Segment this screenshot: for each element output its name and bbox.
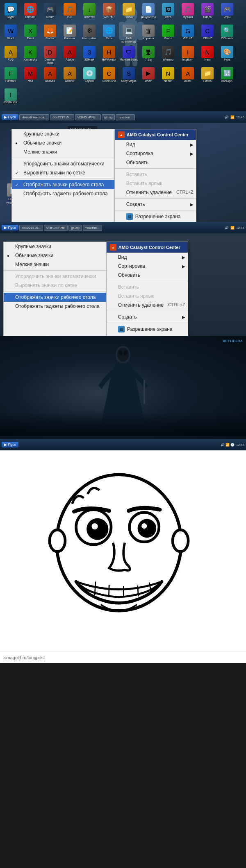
desktop-icon-chrome[interactable]: 🌐 Chrome xyxy=(21,2,40,23)
desktop-icon-music[interactable]: 🎵 Музыка xyxy=(178,2,197,23)
desktop-icon-crystal[interactable]: 💿 Crystal xyxy=(80,66,99,86)
desktop-icon-isob[interactable]: I ISOBuster xyxy=(1,87,20,108)
rm2-screen-res[interactable]: 🖥 Разрешение экрана xyxy=(107,324,188,334)
rm-create[interactable]: Создать▶ xyxy=(115,200,196,209)
desktop-icon-winvid[interactable]: ▶ WMP xyxy=(139,66,158,86)
desktop-icon-adobe[interactable]: A Adobe xyxy=(60,45,79,65)
desktop-icon-kasper[interactable]: K Kaspersky xyxy=(21,45,40,65)
taskbar-item-txt[interactable]: текстов... xyxy=(116,114,135,120)
desktop-icon-3dmark[interactable]: 3 3DMark xyxy=(80,45,99,65)
desktop-icon-recycle[interactable]: 🗑 Корзина xyxy=(139,23,158,44)
rm2-vid[interactable]: Вид▶ xyxy=(107,253,188,262)
desktop-icon-fraps[interactable]: F Fraps xyxy=(159,23,178,44)
desktop-icon-avg[interactable]: A AVG xyxy=(1,45,20,65)
desktop-icon-sonic[interactable]: S Sony Vegas xyxy=(119,66,138,86)
taskbar-gs2[interactable]: gs.zip xyxy=(68,225,82,231)
desktop-icon-winrar[interactable]: 📦 WinRAR xyxy=(100,2,118,23)
taskbar-3hd2[interactable]: Vi3HDniPNci xyxy=(44,225,68,231)
desktop-icon-folder2[interactable]: 📁 Папка xyxy=(198,66,217,86)
start-button-2[interactable]: ▶ Пуск xyxy=(2,225,18,231)
rm-refresh[interactable]: Обновить xyxy=(115,158,196,167)
desktop-icon-docs[interactable]: 📄 Доку­менты xyxy=(139,2,158,23)
rm2-refresh[interactable]: Обновить xyxy=(107,271,188,280)
rm2-paste-link[interactable]: Вставить ярлык xyxy=(107,292,188,301)
icon-photos: 🖼 xyxy=(162,3,174,16)
menu-item-arrange[interactable]: Упорядочить значки автоматически xyxy=(12,159,114,168)
desktop-icon-7zip[interactable]: 🗜 7-Zip xyxy=(139,45,158,65)
desktop-icon-avast[interactable]: A Avast xyxy=(178,66,197,86)
sep2-2 xyxy=(4,291,106,292)
menu2-large-icons[interactable]: Крупные значки xyxy=(4,242,106,251)
troll-face-svg xyxy=(41,465,197,628)
taskbar-item-jpg[interactable]: doc221515... xyxy=(50,114,74,120)
desktop-icon-video[interactable]: 🎬 Видео xyxy=(198,2,217,23)
taskbar-doc2[interactable]: doc221515... xyxy=(19,225,43,231)
rm-paste-link[interactable]: Вставить ярлык xyxy=(115,179,196,188)
taskbar-item-doc[interactable]: Новый текстов... xyxy=(19,114,49,120)
desktop-icon-nero[interactable]: N Nero xyxy=(198,45,217,65)
desktop-icon-winamp[interactable]: 🎵 Winamp xyxy=(159,45,178,65)
desktop-icon-notepad[interactable]: 📝 Блок­нот xyxy=(60,23,79,44)
desktop-icon-settings[interactable]: ⚙ Настр­ойки xyxy=(80,23,99,44)
rm-sort[interactable]: Сортировка▶ xyxy=(115,149,196,158)
menu2-show-gadgets[interactable]: Отображать гаджеты рабочего стола xyxy=(4,302,106,311)
desktop-icon-paint[interactable]: 🎨 Paint xyxy=(218,45,237,65)
menu-item-small-icons[interactable]: Мелкие значки xyxy=(12,147,114,156)
taskbar-item-3dhd[interactable]: Vi3HDniPNc... xyxy=(75,114,101,120)
desktop-icon-word[interactable]: W Word xyxy=(1,23,20,44)
menu2-show-icons[interactable]: Отображать значки рабочего стола xyxy=(4,293,106,302)
menu2-small-icons[interactable]: Мелкие значки xyxy=(4,260,106,269)
desktop-icon-malware[interactable]: 🛡 MalwareBytes xyxy=(119,45,138,65)
menu-item-show-icons[interactable]: ✓ Отображать значки рабочего стола xyxy=(12,180,114,189)
desktop-icon-daemon[interactable]: D Daemon Tools xyxy=(41,45,59,65)
taskbar-txt2[interactable]: текстов... xyxy=(83,225,102,231)
desktop-icon-network[interactable]: 🌐 Сеть xyxy=(100,23,118,44)
desktop-icon-imgburn[interactable]: I ImgBurn xyxy=(178,45,197,65)
rm-vid[interactable]: Вид▶ xyxy=(115,140,196,149)
desktop-icon-photos[interactable]: 🖼 Фото xyxy=(159,2,178,23)
desktop-icon-alcohol[interactable]: A Alcohol xyxy=(60,66,79,86)
rm2-sort[interactable]: Сортировка▶ xyxy=(107,262,188,271)
desktop-icon-aida[interactable]: A AIDA64 xyxy=(41,66,59,86)
desktop-icon-hwmon[interactable]: H HWMonitor xyxy=(100,45,118,65)
desktop-icon-furmark[interactable]: F FurMark xyxy=(1,66,20,86)
desktop-icon-msi[interactable]: M MSI xyxy=(21,66,40,86)
desktop-icon-games[interactable]: 🎮 Игры xyxy=(218,2,237,23)
rm-screen-res[interactable]: 🖥 Разрешение экрана xyxy=(115,212,196,222)
desktop-icon-calc[interactable]: 🔢 Калькул. xyxy=(218,66,237,86)
desktop-icon-folder1[interactable]: 📁 Папка xyxy=(119,2,138,23)
rm-sep2 xyxy=(115,198,196,199)
desktop-icon-cpuz[interactable]: C CPU-Z xyxy=(198,23,217,44)
desktop-icon-excel[interactable]: X Excel xyxy=(21,23,40,44)
desktop-icon-steam[interactable]: 🎮 Steam xyxy=(41,2,59,23)
desktop-icon-ccleaner[interactable]: 🔍 CCleaner xyxy=(218,23,237,44)
menu2-arrange[interactable]: Упорядочить значки автоматически xyxy=(4,272,106,281)
desktop-icon-skype[interactable]: 💬 Skype xyxy=(1,2,20,23)
dishonored-taskbar: ▶ Пуск 🔊 📶 🕐 12:45 xyxy=(0,439,246,450)
rm2-paste[interactable]: Вставить xyxy=(107,283,188,292)
desktop-icon-vlc[interactable]: 🎵 VLC xyxy=(60,2,79,23)
menu2-align[interactable]: Выровнять значки по сетке xyxy=(4,281,106,290)
desktop-icon-mypc[interactable]: 💻 Мой компьютер xyxy=(119,23,138,44)
start-button[interactable]: ▶ Пуск xyxy=(2,114,18,120)
desktop-icon-norton[interactable]: N Norton xyxy=(159,66,178,86)
desktop-icon-gpuz[interactable]: G GPU-Z xyxy=(178,23,197,44)
menu-item-align[interactable]: ✓ Выровнять значки по сетке xyxy=(12,168,114,177)
start-button-3[interactable]: ▶ Пуск xyxy=(2,442,18,448)
desktop-icon-cloned[interactable]: C CloneDVD xyxy=(100,66,118,86)
taskbar-item-gs[interactable]: gs.zip xyxy=(102,114,115,120)
rm-undo[interactable]: Отменить удалениеCTRL+Z xyxy=(115,188,196,197)
check-mark-align: ✓ xyxy=(15,171,18,175)
rm-paste[interactable]: Вставить xyxy=(115,170,196,179)
icon-paint: 🎨 xyxy=(221,46,233,58)
desktop-icon-utorrent[interactable]: ↓ uTorrent xyxy=(80,2,99,23)
icon-docs: 📄 xyxy=(142,3,155,16)
icon-imgburn: I xyxy=(182,46,194,58)
menu-item-large-icons[interactable]: Крупные значки xyxy=(12,129,114,138)
rm2-create[interactable]: Создать▶ xyxy=(107,312,188,321)
rm2-undo[interactable]: Отменить удалениеCTRL+Z xyxy=(107,301,188,310)
desktop-icon-firefox[interactable]: 🦊 Firefox xyxy=(41,23,59,44)
menu-item-show-gadgets[interactable]: Отображать гаджеты рабочего стола xyxy=(12,189,114,198)
menu2-normal-icons[interactable]: ● Обычные значки xyxy=(4,251,106,260)
menu-item-normal-icons[interactable]: ● Обычные значки xyxy=(12,138,114,147)
